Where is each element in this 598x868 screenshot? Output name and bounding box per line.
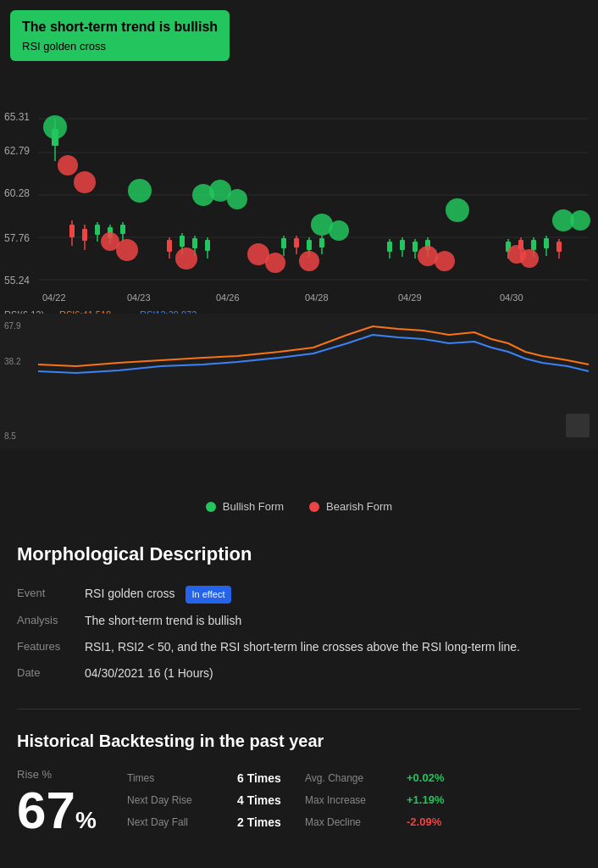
row0-times: 6 Times	[237, 771, 305, 785]
svg-rect-66	[400, 240, 405, 250]
row0-change-value: +0.02%	[407, 771, 581, 784]
svg-point-61	[329, 220, 349, 241]
tooltip-subtitle: RSI golden cross	[22, 40, 218, 53]
svg-rect-88	[0, 314, 598, 449]
svg-point-85	[570, 210, 590, 231]
section-divider	[17, 709, 581, 709]
svg-text:8.5: 8.5	[4, 431, 16, 441]
description-section: Morphological Description Event RSI gold…	[0, 526, 598, 695]
svg-text:57.76: 57.76	[4, 232, 30, 244]
bearish-legend-item: Bearish Form	[309, 500, 392, 513]
svg-point-37	[116, 239, 138, 261]
backtesting-section: Historical Backtesting in the past year …	[0, 723, 598, 854]
rise-value: 67	[17, 784, 75, 837]
svg-rect-81	[544, 238, 549, 248]
svg-text:62.79: 62.79	[4, 145, 30, 157]
features-row: Features RSI1, RSI2 < 50, and the RSI sh…	[17, 634, 581, 660]
svg-point-24	[74, 171, 96, 193]
svg-point-73	[435, 251, 455, 271]
description-title: Morphological Description	[17, 543, 581, 565]
chart-legend: Bullish Form Bearish Form	[0, 492, 598, 526]
backtesting-content: Rise % 67 % Times 6 Times Avg. Change +0…	[17, 768, 581, 837]
bullish-dot	[206, 502, 216, 512]
row1-change-label: Max Increase	[305, 794, 407, 806]
svg-rect-42	[167, 240, 172, 252]
svg-rect-59	[319, 238, 324, 248]
stats-row-2: Next Day Fall 2 Times Max Decline -2.09%	[127, 812, 581, 832]
svg-point-49	[175, 248, 197, 270]
trend-tooltip: The short-term trend is bullish RSI gold…	[10, 10, 230, 61]
svg-rect-35	[120, 225, 125, 234]
svg-rect-44	[180, 236, 185, 247]
bullish-legend-item: Bullish Form	[206, 500, 284, 513]
description-table: Event RSI golden cross In effect Analysi…	[17, 581, 581, 687]
svg-rect-29	[82, 229, 87, 241]
row1-change-value: +1.19%	[407, 793, 581, 806]
svg-rect-57	[307, 240, 312, 250]
svg-text:04/23: 04/23	[127, 292, 151, 303]
stats-row-1: Next Day Rise 4 Times Max Increase +1.19…	[127, 790, 581, 810]
event-value: RSI golden cross	[85, 587, 175, 600]
svg-rect-27	[69, 225, 75, 237]
bullish-legend-label: Bullish Form	[223, 500, 284, 513]
svg-text:60.28: 60.28	[4, 187, 30, 199]
svg-point-25	[128, 179, 152, 203]
stats-grid: Times 6 Times Avg. Change +0.02% Next Da…	[119, 768, 581, 832]
svg-point-51	[265, 253, 285, 273]
rise-symbol: %	[75, 807, 97, 834]
stats-row-0: Times 6 Times Avg. Change +0.02%	[127, 768, 581, 788]
svg-rect-46	[192, 238, 197, 248]
svg-text:04/22: 04/22	[42, 292, 66, 303]
svg-point-87	[520, 249, 539, 268]
row1-label: Next Day Rise	[127, 794, 237, 806]
event-label: Event	[17, 581, 85, 608]
row0-label: Times	[127, 772, 237, 784]
svg-text:38.2: 38.2	[4, 357, 21, 366]
svg-rect-68	[413, 242, 418, 252]
row2-times: 2 Times	[237, 815, 305, 829]
svg-text:55.24: 55.24	[4, 275, 30, 287]
svg-text:04/30: 04/30	[500, 292, 523, 303]
svg-rect-22	[52, 129, 58, 146]
svg-point-62	[299, 251, 319, 271]
svg-rect-79	[531, 240, 536, 250]
analysis-row: Analysis The short-term trend is bullish	[17, 608, 581, 634]
chart-area: The short-term trend is bullish RSI gold…	[0, 0, 598, 492]
svg-rect-48	[205, 240, 210, 251]
row1-times: 4 Times	[237, 793, 305, 807]
in-effect-badge: In effect	[185, 586, 232, 604]
analysis-value: The short-term trend is bullish	[85, 608, 581, 634]
svg-rect-31	[95, 225, 100, 235]
date-label: Date	[17, 660, 85, 687]
svg-rect-83	[556, 242, 562, 252]
backtesting-title: Historical Backtesting in the past year	[17, 732, 581, 751]
row0-change-label: Avg. Change	[305, 772, 407, 784]
svg-rect-64	[387, 242, 392, 252]
analysis-label: Analysis	[17, 608, 85, 634]
svg-text:04/29: 04/29	[398, 292, 422, 303]
svg-text:04/28: 04/28	[305, 292, 329, 303]
date-value: 04/30/2021 16 (1 Hours)	[85, 660, 581, 687]
features-label: Features	[17, 634, 85, 660]
event-value-cell: RSI golden cross In effect	[85, 581, 581, 608]
main-chart-svg: 65.31 62.79 60.28 57.76 55.24 04/22 04/2…	[0, 0, 598, 492]
svg-rect-92	[566, 414, 590, 437]
rise-value-container: 67 %	[17, 784, 119, 837]
features-value: RSI1, RSI2 < 50, and the RSI short-term …	[85, 634, 581, 660]
svg-rect-55	[294, 238, 299, 248]
svg-text:67.9: 67.9	[4, 321, 21, 331]
svg-text:04/26: 04/26	[216, 292, 240, 303]
svg-point-23	[58, 155, 78, 175]
row2-label: Next Day Fall	[127, 816, 237, 828]
svg-rect-53	[281, 238, 286, 248]
bearish-legend-label: Bearish Form	[326, 500, 392, 513]
tooltip-title: The short-term trend is bullish	[22, 19, 218, 36]
date-row: Date 04/30/2021 16 (1 Hours)	[17, 660, 581, 687]
row2-change-label: Max Decline	[305, 816, 407, 828]
event-row: Event RSI golden cross In effect	[17, 581, 581, 608]
svg-text:65.31: 65.31	[4, 111, 30, 123]
svg-point-40	[227, 189, 247, 209]
svg-point-71	[446, 198, 469, 222]
rise-label: Rise %	[17, 768, 119, 781]
rise-percentage-block: Rise % 67 %	[17, 768, 119, 837]
